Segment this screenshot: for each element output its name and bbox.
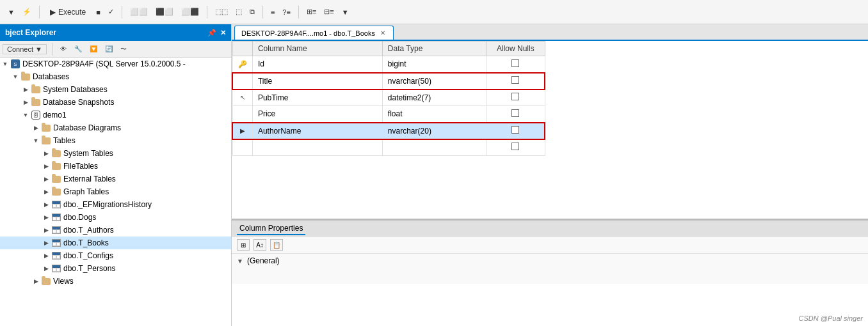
col-type-6[interactable] <box>382 139 486 156</box>
col-header-name: Column Name <box>252 42 382 56</box>
t-configs-icon <box>51 251 61 261</box>
tree-item-t-persons[interactable]: ▶ dbo.T_Persons <box>0 262 231 275</box>
props-icon-1[interactable]: ⊞ <box>237 239 250 251</box>
close-icon[interactable]: ✕ <box>220 29 226 37</box>
stop-button[interactable]: ■ <box>93 7 103 17</box>
execute-button[interactable]: ▶ Execute <box>45 6 91 19</box>
col-name-6[interactable] <box>252 139 382 156</box>
tree-item-diagrams[interactable]: ▶ Database Diagrams <box>0 121 231 134</box>
tree-item-t-authors[interactable]: ▶ dbo.T_Authors <box>0 224 231 237</box>
tree-item-db-snapshots[interactable]: ▶ Database Snapshots <box>0 96 231 109</box>
table-row[interactable]: ▶ AuthorName nvarchar(20) <box>232 123 545 139</box>
views-label: Views <box>53 277 231 286</box>
tree-item-t-books[interactable]: ▶ dbo.T_Books <box>0 237 231 249</box>
row-indicator-5: ▶ <box>232 123 252 139</box>
pin-icon[interactable]: 📌 <box>207 29 216 37</box>
views-expander: ▶ <box>31 276 41 286</box>
checkbox-authorname[interactable] <box>511 126 519 134</box>
col-name-1[interactable]: Id <box>252 56 382 73</box>
tree-item-graph-tables[interactable]: ▶ Graph Tables <box>0 185 231 198</box>
toolbar-icon-12[interactable]: ⊟≡ <box>321 6 336 17</box>
col-nulls-1 <box>486 56 545 73</box>
server-expander: ▼ <box>0 59 10 69</box>
tree-item-demo1[interactable]: ▼ 🗄 demo1 <box>0 109 231 121</box>
toolbar-icon-9[interactable]: ≡ <box>268 7 277 17</box>
oe-btn-3[interactable]: 🔽 <box>87 44 100 54</box>
connect-button[interactable]: Connect ▼ <box>3 44 47 54</box>
column-properties-panel: Column Properties ⊞ A↕ 📋 ▼ (General) <box>232 220 868 284</box>
diagrams-icon <box>41 123 51 133</box>
section-arrow-icon: ▼ <box>237 258 243 265</box>
col-name-2[interactable]: Title <box>252 73 382 89</box>
cursor-icon: ↖ <box>240 94 245 101</box>
toolbar-icon-1[interactable]: ▼ <box>5 7 17 17</box>
tab-close-icon[interactable]: ✕ <box>379 29 387 36</box>
toolbar-sep-3 <box>207 6 207 19</box>
table-row[interactable]: Price float <box>232 106 545 123</box>
tree-item-tables[interactable]: ▼ Tables <box>0 134 231 147</box>
tree-item-server[interactable]: ▼ S DESKTOP-28P9A4F (SQL Server 15.0.200… <box>0 58 231 70</box>
object-explorer-panel: bject Explorer 📌 ✕ Connect ▼ 👁 🔧 🔽 🔄 〜 ▼ <box>0 24 232 326</box>
t-books-icon <box>51 238 61 248</box>
watermark: CSDN @Pual singer <box>799 314 863 322</box>
col-name-4[interactable]: Price <box>252 106 382 123</box>
tree-item-filetables[interactable]: ▶ FileTables <box>0 160 231 173</box>
col-header-datatype: Data Type <box>382 42 486 56</box>
toolbar-icon-2[interactable]: ⚡ <box>20 6 34 17</box>
tree-item-external-tables[interactable]: ▶ External Tables <box>0 173 231 185</box>
col-type-1[interactable]: bigint <box>382 56 486 73</box>
toolbar-icon-7[interactable]: ⬚ <box>233 6 245 17</box>
props-icon-3[interactable]: 📋 <box>270 239 283 251</box>
active-tab[interactable]: DESKTOP-28P9A4F....mo1 - dbo.T_Books ✕ <box>234 26 394 40</box>
checkbox-empty[interactable] <box>511 143 519 150</box>
tree-item-views[interactable]: ▶ Views <box>0 275 231 288</box>
props-icon-2[interactable]: A↕ <box>253 239 266 251</box>
checkbox-price[interactable] <box>511 109 519 117</box>
table-row[interactable]: ↖ PubTime datetime2(7) <box>232 89 545 106</box>
checkbox-id[interactable] <box>511 59 519 67</box>
oe-btn-2[interactable]: 🔧 <box>72 44 84 54</box>
toolbar-icon-10[interactable]: ?≡ <box>280 7 293 17</box>
tree-item-system-db[interactable]: ▶ System Databases <box>0 83 231 96</box>
tree-item-databases[interactable]: ▼ Databases <box>0 70 231 83</box>
row-indicator-1: 🔑 <box>232 56 252 73</box>
check-button[interactable]: ✓ <box>106 6 117 17</box>
t-authors-icon <box>51 225 61 235</box>
column-table-scroll[interactable]: Column Name Data Type Allow Nulls 🔑 Id <box>232 41 868 220</box>
table-row[interactable] <box>232 139 545 156</box>
views-icon <box>41 276 51 286</box>
col-props-tab-item[interactable]: Column Properties <box>237 222 305 235</box>
col-type-5[interactable]: nvarchar(20) <box>382 123 486 139</box>
col-type-4[interactable]: float <box>382 106 486 123</box>
toolbar-icon-5[interactable]: ⬜⬛ <box>179 6 202 17</box>
toolbar-icon-13[interactable]: ▼ <box>339 7 351 17</box>
toolbar-icon-4[interactable]: ⬛⬜ <box>153 6 176 17</box>
tree-item-system-tables[interactable]: ▶ System Tables <box>0 147 231 160</box>
toolbar-icon-6[interactable]: ⬚⬚ <box>213 6 230 17</box>
checkbox-title[interactable] <box>511 76 519 84</box>
system-tables-label: System Tables <box>63 149 231 158</box>
toolbar-icon-11[interactable]: ⊞≡ <box>304 6 319 17</box>
oe-btn-5[interactable]: 〜 <box>118 43 129 55</box>
toolbar-icon-3[interactable]: ⬜⬜ <box>127 6 150 17</box>
table-row[interactable]: 🔑 Id bigint <box>232 56 545 73</box>
tree-item-ef-history[interactable]: ▶ dbo._EFMigrationsHistory <box>0 198 231 211</box>
table-row[interactable]: Title nvarchar(50) <box>232 73 545 89</box>
databases-icon <box>20 72 31 82</box>
checkbox-pubtime[interactable] <box>511 93 519 100</box>
general-section-label: (General) <box>247 256 280 265</box>
tree-item-dogs[interactable]: ▶ dbo.Dogs <box>0 211 231 224</box>
tree-item-t-configs[interactable]: ▶ dbo.T_Configs <box>0 249 231 262</box>
col-name-3[interactable]: PubTime <box>252 89 382 106</box>
connect-label: Connect ▼ <box>7 45 42 53</box>
t-authors-expander: ▶ <box>41 225 51 235</box>
toolbar-icon-8[interactable]: ⧉ <box>247 6 257 17</box>
refresh-button[interactable]: 🔄 <box>102 44 115 54</box>
col-props-toolbar: ⊞ A↕ 📋 <box>232 237 868 254</box>
t-configs-label: dbo.T_Configs <box>63 251 231 260</box>
oe-btn-1[interactable]: 👁 <box>58 44 69 54</box>
dogs-icon <box>51 212 61 222</box>
col-type-3[interactable]: datetime2(7) <box>382 89 486 106</box>
col-name-5[interactable]: AuthorName <box>252 123 382 139</box>
col-type-2[interactable]: nvarchar(50) <box>382 73 486 89</box>
